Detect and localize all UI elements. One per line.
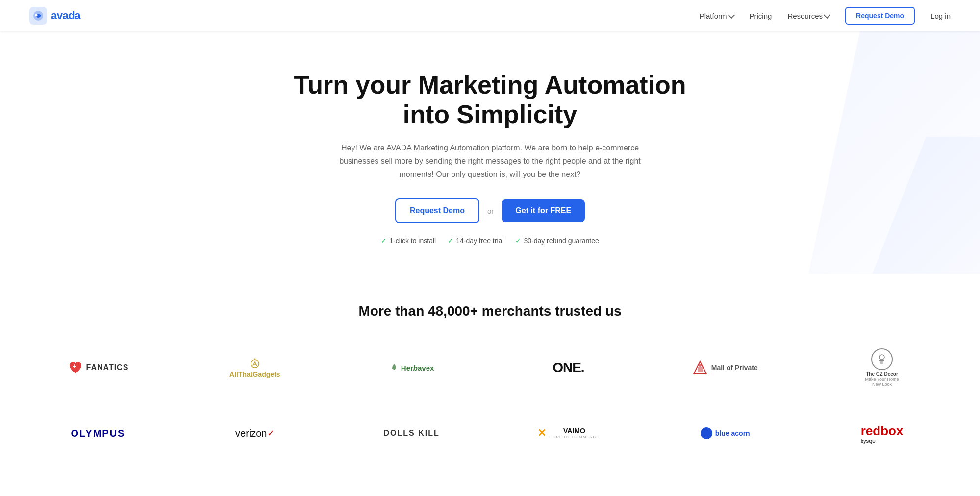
- logo[interactable]: avada: [29, 7, 80, 25]
- redbox-label: redbox: [861, 423, 904, 439]
- nav-resources[interactable]: Resources: [787, 12, 829, 20]
- oz-circle-icon: [871, 348, 893, 370]
- hero-subtitle: Hey! We are AVADA Marketing Automation p…: [324, 141, 657, 181]
- check-icon: ✓: [381, 237, 387, 245]
- chevron-down-icon: [728, 11, 734, 18]
- svg-rect-11: [880, 361, 883, 364]
- olympus-label: OLYMPUS: [71, 428, 125, 439]
- trusted-title: More than 48,000+ merchants trusted us: [20, 303, 960, 319]
- herbavex-icon: [389, 363, 399, 372]
- logo-text: avada: [51, 9, 80, 22]
- logo-fanatics: FANATICS: [20, 350, 176, 385]
- vaimo-sub-label: Core of Commerce: [549, 435, 599, 439]
- check-icon: ✓: [515, 237, 521, 245]
- oz-sub-label: Make Your Home New Look: [862, 377, 902, 387]
- hero-section: Turn your Marketing Automation into Simp…: [0, 31, 980, 274]
- atg-icon: [248, 357, 262, 371]
- svg-rect-7: [698, 367, 703, 372]
- logo-olympus: OLYMPUS: [20, 416, 176, 450]
- logos-row-1: FANATICS AllThatGadgets Herbavex: [20, 344, 960, 392]
- hero-buttons: Request Demo or Get it for FREE: [10, 198, 970, 223]
- atg-label: AllThatGadgets: [229, 371, 280, 378]
- feature-refund: ✓ 30-day refund guarantee: [515, 237, 599, 245]
- get-free-button[interactable]: Get it for FREE: [502, 199, 585, 222]
- logo-icon: [29, 7, 47, 25]
- hero-features: ✓ 1-click to install ✓ 14-day free trial…: [10, 237, 970, 245]
- svg-rect-4: [73, 366, 76, 367]
- nav-links: Platform Pricing Resources Request Demo …: [700, 7, 951, 25]
- svg-point-8: [699, 364, 702, 367]
- logo-allthatgadgets: AllThatGadgets: [176, 350, 333, 385]
- logo-verizon: verizon ✓: [176, 416, 333, 450]
- nav-platform[interactable]: Platform: [700, 12, 734, 20]
- dollskill-label: DOLLS KILL: [383, 429, 439, 438]
- fanatics-heart-icon: [68, 360, 83, 375]
- fanatics-label: FANATICS: [86, 363, 129, 372]
- svg-rect-10: [879, 360, 884, 361]
- nav-pricing[interactable]: Pricing: [750, 12, 772, 20]
- verizon-check-icon: ✓: [267, 428, 275, 439]
- one-label: ONE.: [553, 360, 584, 375]
- request-demo-hero-button[interactable]: Request Demo: [395, 198, 479, 223]
- logo-dollskill: DOLLS KILL: [333, 416, 490, 450]
- check-icon: ✓: [448, 237, 453, 245]
- hero-title: Turn your Marketing Automation into Simp…: [270, 71, 711, 129]
- logos-row-2: OLYMPUS verizon ✓ DOLLS KILL ✕ VAIMO Cor…: [20, 416, 960, 450]
- vaimo-label: VAIMO: [549, 427, 599, 435]
- oz-inner-icon: [875, 352, 889, 366]
- logo-herbavex: Herbavex: [333, 350, 490, 385]
- logo-redbox: redbox bySQU: [804, 416, 960, 450]
- feature-trial: ✓ 14-day free trial: [448, 237, 503, 245]
- trusted-section: More than 48,000+ merchants trusted us F…: [0, 274, 980, 495]
- hero-content: Turn your Marketing Automation into Simp…: [10, 71, 970, 245]
- logo-vaimo: ✕ VAIMO Core of Commerce: [490, 416, 647, 450]
- feature-install: ✓ 1-click to install: [381, 237, 436, 245]
- vaimo-x-icon: ✕: [537, 427, 546, 440]
- ba-icon: [701, 427, 712, 439]
- logo-mallofprivate: Mall of Private: [647, 350, 804, 385]
- herbavex-label: Herbavex: [401, 364, 434, 372]
- mop-icon: [693, 360, 707, 375]
- navbar: avada Platform Pricing Resources Request…: [0, 0, 980, 31]
- logo-ozdecor: The OZ Decor Make Your Home New Look: [804, 344, 960, 392]
- mop-label: Mall of Private: [711, 364, 758, 372]
- logo-one: ONE.: [490, 350, 647, 385]
- verizon-label: verizon: [235, 428, 267, 439]
- redbox-sub-label: bySQU: [861, 439, 876, 444]
- blueacorn-label: blue acorn: [715, 429, 750, 437]
- chevron-down-icon: [824, 11, 830, 18]
- request-demo-nav-button[interactable]: Request Demo: [845, 7, 915, 25]
- or-text: or: [487, 207, 494, 215]
- login-link[interactable]: Log in: [930, 12, 951, 20]
- svg-point-9: [879, 355, 884, 360]
- logo-blueacorn: blue acorn: [647, 416, 804, 450]
- svg-point-2: [35, 14, 38, 17]
